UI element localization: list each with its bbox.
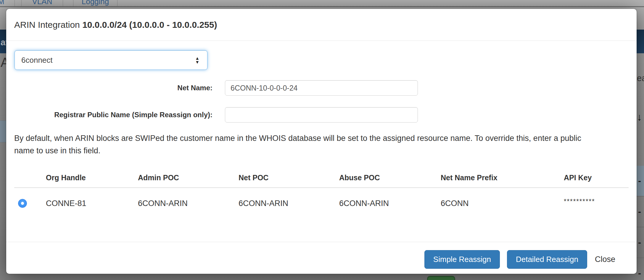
org-handle-cell: CONNE-81 <box>46 188 138 219</box>
column-header: Org Handle <box>46 173 138 182</box>
select-stepper-icon: ▲ ▼ <box>195 56 199 64</box>
radio-column-header <box>14 173 46 182</box>
column-header: Abuse POC <box>339 173 441 182</box>
api-key-cell: ********** <box>564 186 629 217</box>
tab-label: VLAN <box>32 0 52 5</box>
column-header: API Key <box>564 173 629 182</box>
radio-cell <box>14 188 46 219</box>
close-button[interactable]: Close <box>595 255 615 264</box>
table-row: - <box>636 166 644 197</box>
background-green-button <box>427 276 455 280</box>
modal-title: ARIN Integration 10.0.0.0/24 (10.0.0.0 -… <box>14 20 217 30</box>
tab-label: AM <box>0 0 4 5</box>
modal-footer: Simple Reassign Detailed Reassign Close <box>6 242 637 274</box>
cell-dash: - <box>638 268 641 278</box>
table-row: - <box>636 258 644 280</box>
net-poc-cell: 6CONN-ARIN <box>239 188 339 219</box>
net-name-input[interactable] <box>225 80 418 96</box>
org-table-row: CONNE-81 6CONN-ARIN 6CONN-ARIN 6CONN-ARI… <box>14 188 629 219</box>
modal-title-range: 10.0.0.0/24 (10.0.0.0 - 10.0.0.255) <box>82 20 217 30</box>
integration-select[interactable]: 6connect ▲ ▼ <box>15 50 207 70</box>
net-name-label: Net Name: <box>14 80 212 96</box>
detailed-reassign-button[interactable]: Detailed Reassign <box>507 250 587 269</box>
cell-dash: - <box>638 207 641 217</box>
tab-vlan: VLAN <box>21 0 63 6</box>
tab-ipam: AM <box>0 0 15 6</box>
org-select-radio[interactable] <box>18 199 27 208</box>
abuse-poc-cell: 6CONN-ARIN <box>339 188 441 219</box>
registrar-public-name-row: Registrar Public Name (Simple Reassign o… <box>14 107 418 123</box>
cell-dash: - <box>638 176 641 186</box>
table-row: - <box>636 197 644 227</box>
column-header: Admin POC <box>138 173 239 182</box>
column-header: Net Name Prefix <box>441 173 564 182</box>
swip-description: By default, when ARIN blocks are SWIPed … <box>14 132 602 157</box>
org-table: Org Handle Admin POC Net POC Abuse POC N… <box>14 173 629 219</box>
background-tab-bar: AM VLAN Logging <box>0 0 644 7</box>
registrar-public-name-label: Registrar Public Name (Simple Reassign o… <box>14 107 212 123</box>
sort-arrow-icon: ↓ <box>637 111 642 123</box>
arin-integration-modal: ARIN Integration 10.0.0.0/24 (10.0.0.0 -… <box>6 9 637 274</box>
registrar-public-name-input[interactable] <box>225 107 418 123</box>
integration-select-value: 6connect <box>15 56 195 65</box>
net-name-row: Net Name: <box>14 80 418 96</box>
org-table-header: Org Handle Admin POC Net POC Abuse POC N… <box>14 173 629 188</box>
screen: AM VLAN Logging at A ea ↓ - - - - AR <box>0 0 644 280</box>
modal-title-prefix: ARIN Integration <box>14 20 82 30</box>
modal-header: ARIN Integration 10.0.0.0/24 (10.0.0.0 -… <box>6 9 637 41</box>
column-header: Net POC <box>239 173 339 182</box>
admin-poc-cell: 6CONN-ARIN <box>138 188 239 219</box>
cell-dash: - <box>638 237 641 247</box>
table-row: - <box>636 227 644 258</box>
tab-label: Logging <box>82 0 109 5</box>
simple-reassign-button[interactable]: Simple Reassign <box>424 250 500 269</box>
net-name-prefix-cell: 6CONN <box>441 188 564 219</box>
tab-logging: Logging <box>73 0 117 6</box>
background-table-edge: - - - - <box>636 166 644 280</box>
background-partial-text: ea <box>637 73 644 83</box>
background-selected-row <box>0 120 7 142</box>
